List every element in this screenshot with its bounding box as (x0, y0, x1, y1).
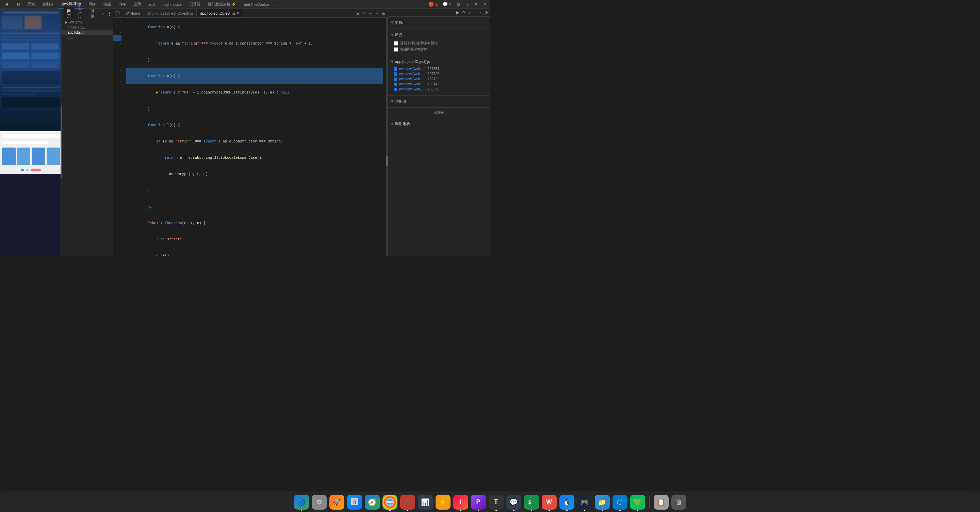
tab-icon[interactable]: ⚡ (2, 1, 13, 8)
code-line: }, (126, 198, 383, 215)
tree-item[interactable]: chunk-libs... (62, 25, 113, 30)
prev-location-btn[interactable]: ← (368, 11, 374, 16)
file-tab-syhome[interactable]: SYHome (122, 9, 144, 17)
breakpoints-label: 断点 (395, 32, 402, 37)
callstack-header[interactable]: ▶ 调用堆栈 (388, 120, 490, 128)
close-devtools-btn[interactable]: ✕ (472, 1, 480, 8)
tab-editcookie[interactable]: EditThisCookie (240, 1, 272, 8)
line-numbers: - - - - - - - - - - - - - - - (113, 18, 124, 256)
code-line: function o(e) { (126, 19, 383, 35)
bp-file-item[interactable]: (window["web... 1:283371 (391, 87, 487, 92)
bp-line: 1:107654 (425, 67, 439, 71)
code-line: return e && "string" === typeof e && e.c… (126, 35, 383, 52)
callstack-section: ▶ 调用堆栈 (388, 118, 490, 130)
sync-scroll-btn[interactable]: ⇄ (361, 11, 367, 16)
bp-checkbox[interactable] (394, 41, 398, 46)
bp-file-item[interactable]: (window["web... 1:107722 (391, 71, 487, 76)
code-editor-panel: { } SYHome chunk-libs.[object Object].js… (113, 9, 388, 256)
scope-section: ▶ 作用域 (388, 95, 490, 108)
tab-performance[interactable]: 性能 (100, 0, 115, 8)
issue-count-btn[interactable]: 💬 4 (440, 1, 453, 8)
tree-item-selected[interactable]: app.[obj...] (62, 30, 113, 35)
code-line: } (126, 101, 383, 117)
source-panel-menu[interactable]: ⋮ (107, 11, 111, 16)
scope-label: 作用域 (395, 99, 406, 104)
watch-header[interactable]: ▶ 监视 (388, 19, 490, 27)
watch-chevron: ▶ (391, 21, 395, 24)
tab-page[interactable]: 网页 (64, 7, 75, 20)
collapse-panel-btn[interactable]: ⊟ (381, 11, 387, 16)
tab-lighthouse[interactable]: Lighthouse (160, 1, 185, 8)
step-over-btn[interactable]: ↷ (461, 10, 466, 16)
tab-security[interactable]: 安全 (145, 0, 159, 8)
tab-perf-insights[interactable]: 性能数据分析 ⚡ (205, 0, 240, 8)
bp-file: (window["web... (399, 67, 423, 71)
tab-memory[interactable]: 内存 (115, 0, 129, 8)
tab-more-sources[interactable]: » (98, 10, 107, 17)
tab-overrides[interactable]: 替换 (88, 7, 98, 20)
bp-file: (window["web... (399, 72, 423, 76)
app-breakpoints-section: ▶ app.[object Object].js (window["web...… (388, 56, 490, 95)
tab-inspect[interactable]: ⊡ (14, 1, 24, 8)
bp-checkbox (394, 67, 397, 71)
tab-console[interactable]: 控制台 (39, 0, 57, 8)
scope-chevron: ▶ (391, 100, 395, 103)
code-line: i.doDecrypt(e, r, a) (126, 166, 383, 182)
step-btn[interactable]: → (477, 10, 482, 16)
bp-line: 1:283141 (425, 82, 439, 86)
tab-more[interactable]: » (273, 1, 282, 8)
webpage-preview (0, 9, 62, 256)
app-bp-content: (window["web... 1:107654 (window["web...… (388, 65, 490, 93)
bp-line: 1:252121 (425, 77, 439, 81)
callstack-label: 调用堆栈 (395, 121, 410, 127)
file-tab-chunk-libs[interactable]: chunk-libs.[object Object].js (144, 9, 197, 17)
code-line: n.r(t); (126, 247, 383, 256)
step-out-btn[interactable]: ↑ (472, 10, 476, 16)
bp-line: 1:107722 (425, 72, 439, 76)
breakpoints-section: ▶ 断点 遇到未捕获的异常时暂停 在遇到异常时暂停 (388, 29, 490, 56)
bp-item[interactable]: 在遇到异常时暂停 (391, 46, 487, 52)
format-toggle[interactable]: { } (113, 11, 122, 16)
code-line-highlighted: function c(e) { (126, 68, 383, 84)
editor-scrollbar[interactable] (386, 18, 388, 256)
resume-btn[interactable]: ▶ (456, 10, 460, 16)
scope-header[interactable]: ▶ 作用域 (388, 98, 490, 105)
tree-item[interactable]: t].js (62, 35, 113, 40)
watch-section: ▶ 监视 (388, 17, 490, 29)
bp-chevron: ▶ (391, 34, 395, 36)
app-bp-chevron: ▶ (391, 60, 395, 63)
file-tab-app[interactable]: app.[object Object].js ✕ (197, 9, 243, 17)
bp-file-item[interactable]: (window["web... 1:107654 (391, 66, 487, 71)
code-line: "use strict"; (126, 231, 383, 247)
settings-btn[interactable]: ⚙ (454, 1, 463, 8)
error-count-btn[interactable]: 🔴 1 (426, 1, 440, 8)
tab-elements[interactable]: 元素 (24, 0, 38, 8)
breakpoints-header[interactable]: ▶ 断点 (388, 31, 490, 39)
more-options-btn[interactable]: ⋮ (463, 1, 472, 8)
code-line: return e = e.substring(2).toLocaleLowerC… (126, 150, 383, 166)
bp-file-item[interactable]: (window["web... 1:283141 (391, 82, 487, 87)
paused-status: 未暂停 (388, 108, 490, 118)
code-editor[interactable]: - - - - - - - - - - - - - - - function o… (113, 18, 388, 256)
step-into-btn[interactable]: ↓ (468, 10, 471, 16)
bp-item[interactable]: 遇到未捕获的异常时暂停 (391, 40, 487, 46)
code-line: } (126, 52, 383, 68)
tab-application[interactable]: 应用 (130, 0, 144, 8)
code-line: } (126, 182, 383, 198)
file-tabs: { } SYHome chunk-libs.[object Object].js… (113, 9, 388, 18)
next-location-btn[interactable]: → (374, 11, 380, 16)
split-editor-btn[interactable]: ⊞ (355, 11, 361, 16)
watch-label: 监视 (395, 20, 402, 25)
tab-recorder[interactable]: 记录器 (186, 0, 204, 8)
bp-checkbox[interactable] (394, 47, 398, 52)
code-content[interactable]: function o(e) { return e && "string" ===… (124, 18, 386, 256)
deactivate-bp-btn[interactable]: ⊘ (484, 10, 488, 16)
code-line: "4bc1": function(e, t, n) { (126, 215, 383, 231)
bp-checkbox (394, 78, 397, 81)
tree-item[interactable]: ▶ SYHome (62, 20, 113, 25)
bp-file-item[interactable]: (window["web... 1:252121 (391, 76, 487, 82)
detach-btn[interactable]: ↗ (481, 1, 488, 8)
bp-file: (window["web... (399, 77, 423, 81)
close-tab-btn[interactable]: ✕ (237, 11, 239, 15)
app-bp-header[interactable]: ▶ app.[object Object].js (388, 58, 490, 65)
